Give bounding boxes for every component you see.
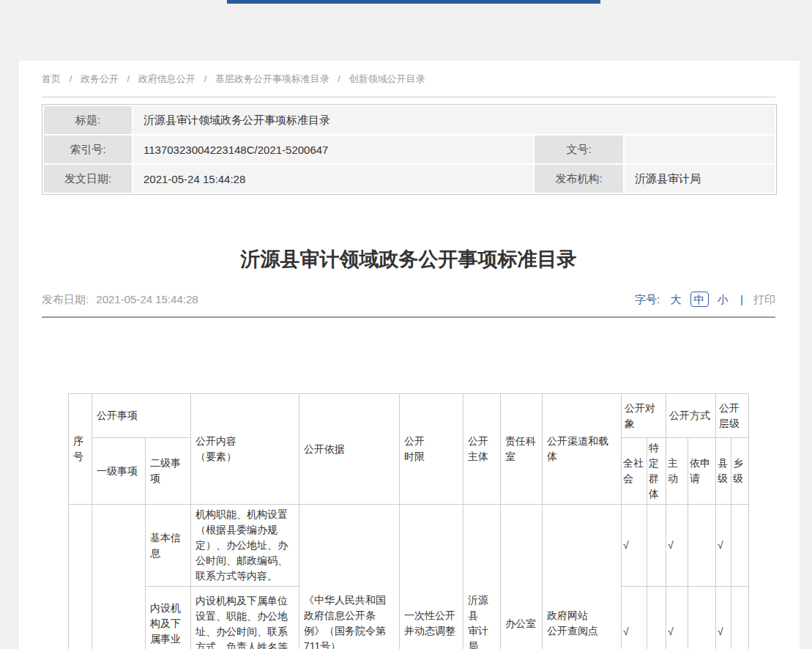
check-cell-proactive: √ <box>666 505 688 587</box>
cell-limit: 一次性公开 并动态调整 <box>400 505 463 649</box>
font-size-controls: 字号: 大 中 小 | 打印 <box>635 292 775 307</box>
publish-date-label: 发布日期: <box>42 293 89 305</box>
col-header-method: 公开方式 <box>666 394 716 438</box>
cell-level2: 基本信息 <box>146 505 191 587</box>
breadcrumb-separator: / <box>338 73 340 84</box>
font-size-label: 字号: <box>635 293 660 305</box>
check-cell-township <box>731 587 749 649</box>
col-header-county: 县级 <box>716 438 731 505</box>
col-header-target: 公开对象 <box>622 394 666 438</box>
meta-row-title: 标题: 沂源县审计领域政务公开事项标准目录 <box>44 106 775 134</box>
article-toolbar: 发布日期: 2021-05-24 15:44:28 字号: 大 中 小 | 打印 <box>42 292 775 307</box>
breadcrumb-item-catalog[interactable]: 基层政务公开事项标准目录 <box>215 73 329 84</box>
col-header-specific-group: 特定群体 <box>647 438 666 505</box>
check-cell-specific-group <box>647 587 666 649</box>
col-header-content: 公开内容 （要素） <box>191 394 299 505</box>
col-header-by-request: 依申请 <box>688 438 716 505</box>
font-size-medium-button[interactable]: 中 <box>690 292 709 307</box>
meta-docno-label: 文号: <box>534 136 623 163</box>
cell-content: 机构职能、机构设置（根据县委编办规定）、办公地址、办公时间、邮政编码、联系方式等… <box>191 505 299 587</box>
breadcrumb-separator: / <box>70 73 72 84</box>
meta-issuer-label: 发布机构: <box>534 165 623 193</box>
cell-channel: 政府网站 公开查阅点 <box>543 505 622 649</box>
meta-title-label: 标题: <box>44 106 132 134</box>
meta-issuedate-label: 发文日期: <box>44 165 132 193</box>
check-cell-specific-group <box>647 505 666 587</box>
page-title: 沂源县审计领域政务公开事项标准目录 <box>42 246 775 272</box>
breadcrumb-item-innovation[interactable]: 创新领域公开目录 <box>349 73 425 84</box>
cell-level1 <box>92 505 146 649</box>
breadcrumb-item-govinfo[interactable]: 政府信息公开 <box>138 73 195 84</box>
col-header-limit: 公开 时限 <box>400 394 463 505</box>
col-header-all-society: 全社会 <box>622 438 647 505</box>
col-header-subject: 公开 主体 <box>463 394 501 505</box>
check-cell-by-request <box>688 587 716 649</box>
col-header-level2: 二级事项 <box>146 438 191 505</box>
catalog-header-row-1: 序号 公开事项 公开内容 （要素） 公开依据 公开 时限 公开 主体 责任科室 … <box>69 394 749 438</box>
top-nav-bar-remnant <box>227 0 600 4</box>
meta-issuedate-value: 2021-05-24 15:44:28 <box>133 165 533 193</box>
breadcrumb-item-home[interactable]: 首页 <box>42 73 61 84</box>
breadcrumb-item-govaffairs[interactable]: 政务公开 <box>81 73 119 84</box>
meta-row-index: 索引号: 11370323004223148C/2021-5200647 文号: <box>44 136 775 163</box>
meta-issuer-value: 沂源县审计局 <box>625 165 775 193</box>
col-header-basis: 公开依据 <box>299 394 400 505</box>
check-cell-all-society: √ <box>622 505 647 587</box>
check-cell-proactive: √ <box>666 587 688 649</box>
cell-seq <box>69 505 92 649</box>
cell-level2: 内设机构及下属事业单位 <box>146 587 191 649</box>
col-header-proactive: 主动 <box>666 438 688 505</box>
publish-date-value: 2021-05-24 15:44:28 <box>96 293 198 305</box>
cell-content: 内设机构及下属单位设置、职能、办公地址、办公时间、联系方式、负责人姓名等信息。 <box>191 587 299 649</box>
font-size-small-button[interactable]: 小 <box>718 293 729 305</box>
cell-subject: 沂源县 审计局 <box>463 505 501 649</box>
meta-title-value: 沂源县审计领域政务公开事项标准目录 <box>133 106 775 134</box>
breadcrumb-separator: / <box>127 73 130 84</box>
check-cell-all-society: √ <box>622 587 647 649</box>
cell-dept: 办公室 <box>501 505 543 649</box>
catalog-table: 序号 公开事项 公开内容 （要素） 公开依据 公开 时限 公开 主体 责任科室 … <box>68 393 749 649</box>
col-header-dept: 责任科室 <box>501 394 543 505</box>
meta-docno-value <box>625 136 775 163</box>
content-card: 首页 / 政务公开 / 政府信息公开 / 基层政务公开事项标准目录 / 创新领域… <box>19 61 800 649</box>
check-cell-township <box>731 505 749 587</box>
col-header-channel: 公开渠道和载体 <box>543 394 622 505</box>
font-size-large-button[interactable]: 大 <box>670 293 681 305</box>
meta-index-label: 索引号: <box>44 136 132 163</box>
check-cell-county: √ <box>716 505 731 587</box>
content-divider <box>42 316 775 318</box>
col-header-item: 公开事项 <box>92 394 191 438</box>
page: 首页 / 政务公开 / 政府信息公开 / 基层政务公开事项标准目录 / 创新领域… <box>0 0 812 649</box>
breadcrumb: 首页 / 政务公开 / 政府信息公开 / 基层政务公开事项标准目录 / 创新领域… <box>42 61 775 97</box>
catalog-row-basic-info: 基本信息 机构职能、机构设置（根据县委编办规定）、办公地址、办公时间、邮政编码、… <box>69 505 749 587</box>
breadcrumb-separator: / <box>204 73 206 84</box>
meta-index-value: 11370323004223148C/2021-5200647 <box>133 136 533 163</box>
col-header-level1: 一级事项 <box>92 438 146 505</box>
document-meta-table: 标题: 沂源县审计领域政务公开事项标准目录 索引号: 1137032300422… <box>42 104 777 195</box>
cell-basis: 《中华人民共和国政府信息公开条例》（国务院令第711号） <box>299 505 400 649</box>
toolbar-separator: | <box>740 293 743 305</box>
meta-row-date: 发文日期: 2021-05-24 15:44:28 发布机构: 沂源县审计局 <box>44 165 775 193</box>
publish-date: 发布日期: 2021-05-24 15:44:28 <box>42 292 198 307</box>
check-cell-by-request <box>688 505 716 587</box>
col-header-seq: 序号 <box>69 394 92 505</box>
check-cell-county: √ <box>716 587 731 649</box>
print-button[interactable]: 打印 <box>753 293 775 305</box>
col-header-township: 乡级 <box>731 438 749 505</box>
col-header-level: 公开层级 <box>716 394 749 438</box>
